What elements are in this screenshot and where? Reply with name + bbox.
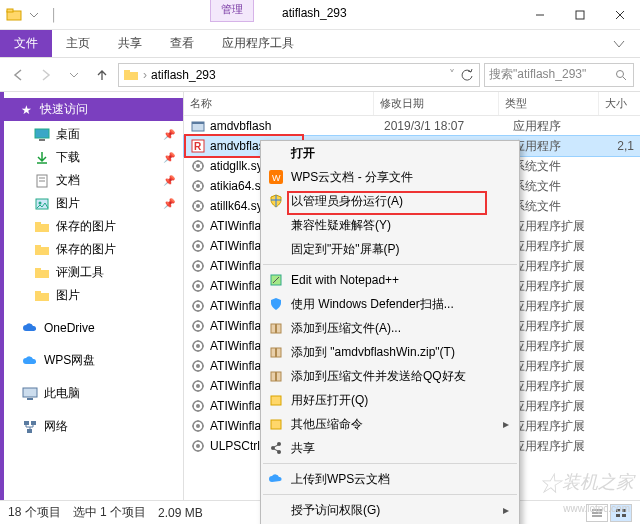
list-header: 名称 修改日期 类型 大小 [184,92,640,116]
svg-rect-7 [124,70,130,73]
file-row[interactable]: amdvbflash2019/3/1 18:07应用程序 [184,116,640,136]
submenu-arrow-icon: ▸ [503,503,509,517]
view-details-button[interactable] [586,504,608,522]
sidebar-onedrive[interactable]: OneDrive [4,317,183,339]
nav-recent-button[interactable] [62,63,86,87]
ribbon-help-icon[interactable] [598,30,640,57]
minimize-button[interactable] [520,0,560,29]
svg-rect-71 [275,348,277,357]
ctx-run-admin[interactable]: 以管理员身份运行(A) [261,189,519,213]
svg-rect-24 [35,293,49,301]
maximize-button[interactable] [560,0,600,29]
file-size: 2,1 [617,139,634,153]
svg-rect-26 [23,388,37,397]
sidebar-thispc[interactable]: 此电脑 [4,382,183,405]
search-placeholder: 搜索"atiflash_293" [489,66,586,83]
svg-point-64 [196,444,200,448]
ctx-separator [263,494,517,495]
desktop-icon [34,127,50,143]
file-icon: R [190,138,206,154]
close-button[interactable] [600,0,640,29]
sidebar-item[interactable]: 下载📌 [4,146,183,169]
ribbon-tab-share[interactable]: 共享 [104,30,156,57]
ctx-wps-share[interactable]: WWPS云文档 - 分享文件 [261,165,519,189]
submenu-arrow-icon: ▸ [503,417,509,431]
file-icon [190,118,206,134]
status-size: 2.09 MB [158,506,203,520]
sidebar-item[interactable]: 图片📌 [4,192,183,215]
ctx-defender[interactable]: 使用 Windows Defender扫描... [261,292,519,316]
sidebar-item-label: 保存的图片 [56,241,116,258]
ctx-grant-access[interactable]: 授予访问权限(G)▸ [261,498,519,522]
ribbon-tab-home[interactable]: 主页 [52,30,104,57]
ribbon-tab-view[interactable]: 查看 [156,30,208,57]
sidebar-item-label: 评测工具 [56,264,104,281]
ctx-add-qq[interactable]: 添加到压缩文件并发送给QQ好友 [261,364,519,388]
ctx-compat[interactable]: 兼容性疑难解答(Y) [261,213,519,237]
nav-up-button[interactable] [90,63,114,87]
ribbon-file-tab[interactable]: 文件 [0,30,52,57]
address-dropdown-icon[interactable]: ˅ [449,68,455,82]
status-selected: 选中 1 个项目 [73,504,146,521]
ctx-pin-start[interactable]: 固定到"开始"屏幕(P) [261,237,519,261]
ctx-other-zip[interactable]: 其他压缩命令▸ [261,412,519,436]
ctx-notepad[interactable]: Edit with Notepad++ [261,268,519,292]
ribbon-contextual-manage[interactable]: 管理 [210,0,254,22]
pin-icon: 📌 [163,129,175,140]
breadcrumb-text[interactable]: atiflash_293 [151,68,445,82]
file-icon [190,358,206,374]
qat-down-icon[interactable] [26,7,42,23]
sidebar-item[interactable]: 保存的图片 [4,215,183,238]
ribbon-tab-apptools[interactable]: 应用程序工具 [208,30,308,57]
file-icon [190,278,206,294]
file-icon [190,298,206,314]
column-type[interactable]: 类型 [499,92,599,115]
svg-point-46 [196,264,200,268]
svg-rect-10 [35,129,49,138]
search-field[interactable]: 搜索"atiflash_293" [484,63,634,87]
ctx-add-archive[interactable]: 添加到压缩文件(A)... [261,316,519,340]
wps-icon: W [267,168,285,186]
ctx-share[interactable]: 共享 [261,436,519,460]
file-type: 应用程序扩展 [513,258,613,275]
file-type: 应用程序扩展 [513,278,613,295]
download-icon [34,150,50,166]
svg-line-9 [623,77,626,80]
nav-forward-button[interactable] [34,63,58,87]
sidebar-item[interactable]: 文档📌 [4,169,183,192]
file-name: amdvbflash [210,119,380,133]
sidebar-item[interactable]: 保存的图片 [4,238,183,261]
ctx-haozip[interactable]: 用好压打开(Q) [261,388,519,412]
sidebar-network[interactable]: 网络 [4,415,183,438]
quick-access-label: 快速访问 [40,101,88,118]
svg-rect-69 [275,324,277,333]
ctx-separator [263,463,517,464]
ctx-upload-wps[interactable]: 上传到WPS云文档 [261,467,519,491]
search-icon[interactable] [613,67,629,83]
nav-back-button[interactable] [6,63,30,87]
view-icons-button[interactable] [610,504,632,522]
sidebar-item[interactable]: 评测工具 [4,261,183,284]
window-title: atiflash_293 [282,6,347,20]
column-name[interactable]: 名称 [184,92,374,115]
breadcrumb-chevron-icon[interactable]: › [143,68,147,82]
file-icon [190,338,206,354]
refresh-icon[interactable] [459,67,475,83]
column-date[interactable]: 修改日期 [374,92,499,115]
file-icon [190,398,206,414]
sidebar-item[interactable]: 桌面📌 [4,123,183,146]
ctx-open[interactable]: 打开 [261,141,519,165]
archive-icon [267,367,285,385]
file-type: 应用程序扩展 [513,398,613,415]
sidebar-item[interactable]: 图片 [4,284,183,307]
address-field[interactable]: › atiflash_293 ˅ [118,63,480,87]
ctx-add-zip[interactable]: 添加到 "amdvbflashWin.zip"(T) [261,340,519,364]
column-size[interactable]: 大小 [599,92,640,115]
svg-rect-6 [124,72,138,80]
pictures-icon [34,196,50,212]
svg-rect-27 [27,398,33,400]
sidebar-quick-access[interactable]: ★ 快速访问 [4,98,183,121]
file-type: 系统文件 [513,158,613,175]
sidebar-wps[interactable]: WPS网盘 [4,349,183,372]
file-icon [190,438,206,454]
